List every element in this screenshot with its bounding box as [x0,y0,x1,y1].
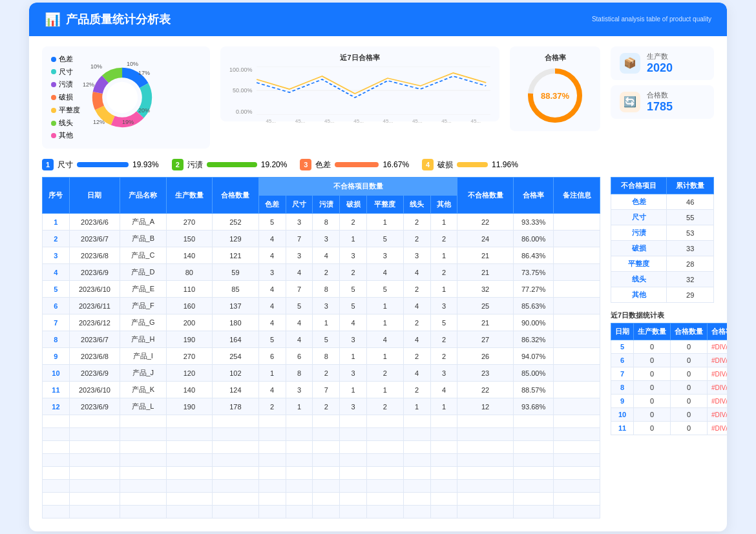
rank-badge-1: 1 [42,159,54,170]
content-area: 序号 日期 产品名称 生产数量 合格数量 不合格项目数量 不合格数量 合格率 备… [29,177,727,519]
header-left: 📊 产品质量统计分析表 [45,12,171,27]
table-cell: 1 [430,247,457,264]
table-cell: 164 [213,331,259,348]
table-cell: 93.68% [513,398,554,415]
table-cell: 4 [258,382,286,398]
table-cell: 88.57% [513,382,554,398]
table-cell: 4 [286,264,313,281]
table-cell: 160 [166,298,213,314]
rank-value-4: 11.96% [492,160,518,169]
table-cell: 120 [166,365,213,382]
table-cell: 产品_B [120,231,167,247]
table-cell: 190 [166,398,213,415]
rank-bar-4 [457,162,488,167]
table-cell: 12 [457,398,513,415]
table-cell: 3 [340,247,367,264]
table-cell: 22 [457,382,513,398]
table-cell: 3 [340,365,367,382]
rt2-th2: 生产数量 [634,323,671,340]
main-card: 📊 产品质量统计分析表 Statistical analysis table o… [29,3,727,532]
table-cell: 2 [403,231,430,247]
table-cell: 2023/6/6 [69,214,120,231]
table-cell: 5 [340,281,367,298]
table-cell: 22 [457,214,513,231]
table-cell: 190 [166,331,213,348]
table-cell: 1 [258,365,286,382]
table-cell: 254 [213,348,259,365]
table-cell: 86.00% [513,231,554,247]
table-cell: 3 [340,398,367,415]
table-cell: 2023/6/9 [69,398,120,415]
table-cell: 产品_K [120,382,167,398]
table-cell: 21 [457,314,513,331]
main-table: 序号 日期 产品名称 生产数量 合格数量 不合格项目数量 不合格数量 合格率 备… [42,177,600,519]
rt1-th2: 累计数量 [667,178,714,194]
table-cell [554,231,600,247]
donut-label-20: 20% [138,107,150,114]
table-cell: 2 [403,214,430,231]
production-info: 生产数 2020 [647,52,673,75]
table-cell: 270 [166,348,213,365]
table-cell: 2 [313,264,340,281]
table-cell: 140 [166,247,213,264]
table-cell: 85.00% [513,365,554,382]
table-cell: 5 [367,231,404,247]
th-flat: 平整度 [367,196,404,214]
table-row: 92023/6/8产品_I27025466811222694.07% [43,348,600,365]
table-cell: 产品_E [120,281,167,298]
line-chart-section: 近7日合格率 100.00% 50.00% 0.00% [220,46,499,121]
rt2-th4: 合格率 [708,323,728,340]
table-cell: 80 [166,264,213,281]
page-title: 产品质量统计分析表 [66,12,171,27]
table-cell: 5 [286,298,313,314]
table-row: 22023/6/7产品_B15012947315222486.00% [43,231,600,247]
qualified-info: 合格数 1785 [647,90,673,114]
rank-label-3: 色差 [315,159,331,170]
main-table-section: 序号 日期 产品名称 生产数量 合格数量 不合格项目数量 不合格数量 合格率 备… [42,177,600,519]
table-cell: 2 [430,264,457,281]
rank-badge-2: 2 [172,159,184,170]
prod-stats: 📦 生产数 2020 🔄 合格数 1785 [611,46,714,119]
table-cell: 2 [258,398,286,415]
th-product: 产品名称 [120,178,167,214]
table-cell: 2 [430,348,457,365]
table-row-empty [43,415,600,428]
th-other: 其他 [430,196,457,214]
table-cell: 1 [367,214,404,231]
table-row: 72023/6/12产品_G20018044141252190.00% [43,314,600,331]
table-cell: 4 [403,264,430,281]
donut-label-10: 10% [127,61,138,67]
stats-row: 色差 尺寸 污渍 破损 平整度 线头 其他 [29,36,727,156]
table-cell: 1 [430,214,457,231]
table-cell: 21 [457,264,513,281]
th-no: 序号 [43,178,70,214]
table-cell: 59 [213,264,259,281]
table-cell: 93.33% [513,214,554,231]
rank-item-2: 2 污渍 19.20% [172,159,288,170]
th-date: 日期 [69,178,120,214]
table-row: 62023/6/11产品_F16013745351432585.63% [43,298,600,314]
table-cell: 4 [258,231,286,247]
table-cell: 1 [340,231,367,247]
donut-label-12b: 12% [83,81,94,88]
production-icon: 📦 [620,53,640,74]
table-cell: 2 [403,382,430,398]
table-cell: 2 [43,231,70,247]
table-cell: 86.43% [513,247,554,264]
rank-row: 1 尺寸 19.93% 2 污渍 19.20% 3 色差 16.67% 4 破损… [29,155,727,177]
table-cell: 2023/6/9 [69,264,120,281]
table-cell: 8 [313,348,340,365]
header: 📊 产品质量统计分析表 Statistical analysis table o… [29,3,727,36]
list-item: 线头32 [611,272,714,287]
table-cell: 77.27% [513,281,554,298]
th-notes: 备注信息 [554,178,600,214]
table-cell: 150 [166,231,213,247]
table-cell: 3 [367,247,404,264]
rank-label-4: 破损 [437,159,453,170]
table-cell: 4 [403,365,430,382]
production-value: 2020 [647,61,673,75]
table-cell: 26 [457,348,513,365]
table-cell: 2023/6/10 [69,281,120,298]
table-row-empty [43,493,600,506]
donut-chart: 10% 17% 20% 19% 12% 12% 10% [87,62,158,133]
